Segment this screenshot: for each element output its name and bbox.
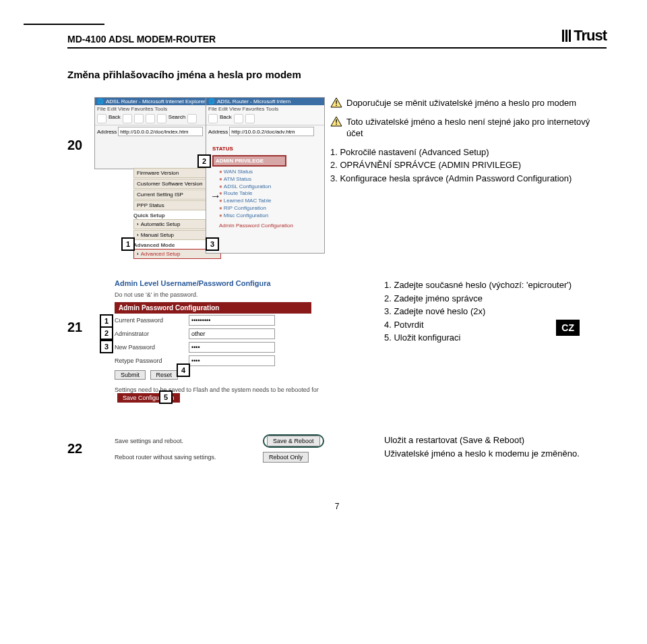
callout-1: 1 — [100, 314, 113, 328]
ie-icon: 🌐 — [97, 98, 104, 105]
warning-text: Toto uživatelské jméno a heslo není stej… — [346, 116, 607, 140]
menu-item[interactable]: ●RIP Configuration — [219, 205, 293, 212]
menu-item[interactable]: ●ADSL Configuration — [219, 183, 293, 191]
menu-label: Misc Configuration — [224, 212, 268, 218]
product-title: MD-4100 ADSL MODEM-ROUTER — [67, 34, 216, 45]
screenshot-22: Save settings and reboot. Save & Reboot … — [115, 434, 371, 475]
back-icon[interactable] — [208, 114, 218, 123]
menu-item-admin-password[interactable]: Admin Password Configuration — [219, 223, 293, 230]
admin-input[interactable] — [189, 328, 275, 339]
menu-bar: File Edit View Favorites Tools — [95, 105, 216, 113]
reset-button[interactable]: Reset — [150, 370, 179, 380]
config-note: Do not use '&' in the password. — [115, 291, 371, 298]
svg-text:!: ! — [335, 118, 338, 126]
menu-item[interactable]: ●WAN Status — [219, 169, 293, 176]
window-titlebar: 🌐 ADSL Router - Microsoft Internet Explo… — [95, 98, 216, 105]
new-password-input[interactable] — [189, 342, 275, 353]
admin-privilege-header: ADMIN PRIVILEGE — [212, 155, 286, 167]
menu-item[interactable]: ●ATM Status — [219, 176, 293, 183]
field-label: Current Password — [115, 317, 189, 324]
stop-icon[interactable] — [234, 114, 243, 123]
callout-3: 3 — [100, 340, 113, 353]
callout-2: 2 — [197, 154, 211, 168]
brand-logo: Trust — [562, 27, 607, 45]
save-note-text: Settings need to be saved to Flash and t… — [115, 386, 319, 393]
menu-item[interactable]: ●Learned MAC Table — [219, 198, 293, 205]
instruction: 2. OPRÁVNĚNÍ SPRÁVCE (ADMIN PRIVILEGE) — [330, 159, 607, 171]
toolbar: Back — [206, 113, 324, 125]
instruction: 2. Zadejte jméno správce — [384, 293, 607, 305]
instruction: Uložit a restartovat (Save & Reboot) — [384, 434, 607, 446]
arrow-icon: → — [210, 190, 221, 202]
status-label: STATUS — [212, 146, 246, 152]
menu-label: ATM Status — [224, 176, 251, 182]
save-reboot-button[interactable]: Save & Reboot — [267, 436, 320, 446]
screenshot-21: Admin Level Username/Password Configura … — [115, 279, 371, 407]
refresh-icon[interactable] — [134, 114, 144, 123]
panel-header: Admin Password Configuration — [115, 302, 311, 314]
menu-label: RIP Configuration — [224, 205, 266, 211]
window-title: ADSL Router - Microsoft Intern — [217, 98, 290, 105]
address-bar: Address — [95, 125, 216, 138]
home-icon[interactable] — [146, 114, 155, 123]
submit-button[interactable]: Submit — [115, 370, 146, 380]
side-item-label: Automatic Setup — [141, 221, 181, 227]
language-badge: CZ — [556, 320, 580, 336]
step-20-desc: ! Doporučuje se měnit uživatelské jméno … — [317, 97, 607, 185]
step-20-row: 20 🌐 ADSL Router - Microsoft Internet Ex… — [67, 97, 607, 252]
warning-icon: ! — [330, 97, 342, 108]
side-item-label: Manual Setup — [141, 232, 174, 238]
save-note: Settings need to be saved to Flash and t… — [115, 386, 371, 403]
section-title: Změna přihlašovacího jména a hesla pro m… — [67, 69, 607, 80]
search-icon[interactable] — [157, 114, 166, 123]
step-22-desc: Uložit a restartovat (Save & Reboot) Uži… — [371, 434, 607, 461]
step-number-20: 20 — [67, 97, 94, 153]
svg-text:!: ! — [335, 99, 338, 107]
brand-text: Trust — [574, 27, 607, 45]
instruction: 1. Zadejte současné heslo (výchozí: 'epi… — [384, 279, 607, 291]
warning-1: ! Doporučuje se měnit uživatelské jméno … — [330, 97, 607, 109]
circled-highlight: Save & Reboot — [263, 434, 324, 448]
address-input[interactable] — [118, 127, 203, 136]
address-bar: Address — [206, 125, 324, 138]
stop-icon[interactable] — [123, 114, 132, 123]
menu-item[interactable]: ●Route Table — [219, 190, 293, 198]
admin-menu-list: ●WAN Status ●ATM Status ●ADSL Configurat… — [219, 169, 293, 229]
step-number-22: 22 — [67, 434, 94, 457]
warning-icon: ! — [330, 116, 342, 127]
window-title: ADSL Router - Microsoft Internet Explore… — [106, 98, 206, 105]
callout-3: 3 — [206, 237, 219, 251]
favorites-icon[interactable] — [187, 114, 197, 123]
instruction: 3. Zadejte nové heslo (2x) — [384, 305, 607, 318]
ie-icon: 🌐 — [208, 98, 215, 105]
back-label: Back — [109, 114, 121, 123]
toolbar: Back Search — [95, 113, 216, 125]
current-password-input[interactable] — [189, 315, 275, 326]
menu-label: WAN Status — [224, 169, 253, 175]
callout-1: 1 — [121, 237, 135, 251]
window-titlebar: 🌐 ADSL Router - Microsoft Intern — [206, 98, 324, 105]
instruction: Uživatelské jméno a heslo k modemu je zm… — [384, 448, 607, 460]
instruction: 3. Konfigurace hesla správce (Admin Pass… — [330, 173, 607, 185]
address-label: Address — [208, 129, 228, 135]
reboot-only-button[interactable]: Reboot Only — [263, 452, 309, 463]
step-21-row: 21 Admin Level Username/Password Configu… — [67, 279, 607, 407]
menu-item[interactable]: ●Misc Configuration — [219, 212, 293, 220]
page-number: 7 — [67, 502, 607, 511]
field-label: Adminstrator — [115, 330, 189, 337]
menu-label: Learned MAC Table — [224, 198, 272, 204]
reboot-label: Save settings and reboot. — [115, 438, 263, 444]
refresh-icon[interactable] — [245, 114, 255, 123]
callout-5: 5 — [159, 390, 173, 404]
back-label: Back — [220, 114, 232, 123]
reboot-only-label: Reboot router without saving settings. — [115, 454, 263, 461]
back-icon[interactable] — [97, 114, 106, 123]
instruction: 1. Pokročilé nastavení (Advanced Setup) — [330, 146, 607, 158]
brand-bars-icon — [562, 30, 571, 42]
address-input[interactable] — [229, 127, 314, 136]
warning-2: ! Toto uživatelské jméno a heslo není st… — [330, 116, 607, 140]
retype-password-input[interactable] — [189, 355, 275, 366]
screenshot-20: 🌐 ADSL Router - Microsoft Internet Explo… — [94, 97, 317, 252]
field-label: New Password — [115, 344, 189, 351]
address-label: Address — [97, 129, 117, 135]
